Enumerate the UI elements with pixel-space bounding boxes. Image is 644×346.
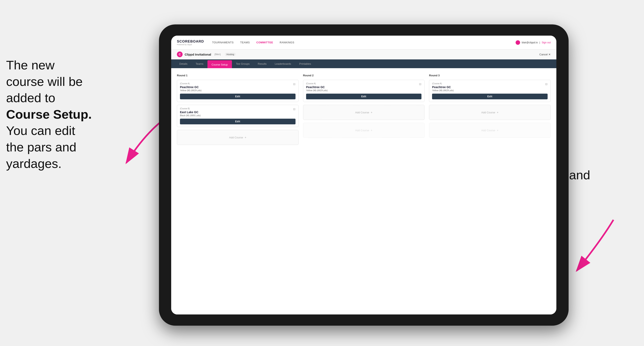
round3-course-a-detail: Yellow (M) (6629 yds)	[432, 89, 548, 92]
tab-results[interactable]: Results	[254, 59, 271, 68]
round1-course-b-delete-icon[interactable]: ⊟	[292, 107, 296, 111]
round1-course-a-name: Peachtree GC	[180, 85, 296, 89]
round1-course-a-card: ⊟ (Course A) Peachtree GC Yellow (M) (66…	[177, 80, 298, 102]
round-2-column: Round 2 ⊟ (Course A) Peachtree GC Yellow…	[303, 74, 425, 148]
sign-out-link[interactable]: Sign out	[542, 41, 551, 44]
round3-add-course-disabled: Add Course +	[429, 123, 551, 138]
round3-course-a-tag: (Course A)	[432, 82, 548, 85]
round2-course-a-delete-icon[interactable]: ⊟	[418, 82, 422, 86]
round1-add-course-button[interactable]: Add Course +	[177, 130, 298, 145]
hosting-badge: Hosting	[225, 53, 236, 56]
round-3-column: Round 3 ⊟ (Course A) Peachtree GC Yellow…	[429, 74, 551, 148]
nav-right: blair@clippd.io | Sign out	[516, 40, 551, 45]
tab-bar: Details Teams Course Setup Tee Groups Re…	[171, 59, 556, 68]
round2-add-course-button[interactable]: Add Course +	[303, 105, 425, 120]
tab-teams[interactable]: Teams	[192, 59, 208, 68]
round3-course-a-edit-button[interactable]: Edit	[432, 94, 548, 99]
nav-teams[interactable]: TEAMS	[240, 41, 250, 44]
round2-course-a-card: ⊟ (Course A) Peachtree GC Yellow (M) (66…	[303, 80, 425, 102]
round1-course-a-detail: Yellow (M) (6629 yds)	[180, 89, 296, 92]
tab-tee-groups[interactable]: Tee Groups	[232, 59, 254, 68]
round2-add-course-disabled: Add Course +	[303, 123, 425, 138]
round1-course-b-name: East Lake GC	[180, 111, 296, 114]
round-3-label: Round 3	[429, 74, 551, 77]
round1-course-b-detail: Black (M) (6891 yds)	[180, 114, 296, 117]
tournament-title: Clippd Invitational	[185, 53, 211, 56]
round2-course-a-edit-button[interactable]: Edit	[306, 94, 422, 99]
user-email: blair@clippd.io	[522, 41, 538, 44]
nav-separator: |	[540, 41, 540, 44]
tablet-device: SCOREBOARD Powered by clippd TOURNAMENTS…	[159, 24, 568, 326]
nav-rankings[interactable]: RANKINGS	[280, 41, 294, 44]
rounds-grid: Round 1 ⊟ (Course A) Peachtree GC Yellow…	[177, 74, 551, 148]
tab-leaderboards[interactable]: Leaderboards	[271, 59, 295, 68]
round2-course-a-name: Peachtree GC	[306, 85, 422, 89]
round1-course-b-card: ⊟ (Course B) East Lake GC Black (M) (689…	[177, 105, 298, 127]
round1-course-b-tag: (Course B)	[180, 107, 296, 110]
tournament-bar: C Clippd Invitational (Men) Hosting Canc…	[171, 49, 556, 59]
logo-sub: Powered by clippd	[177, 43, 204, 46]
logo-scoreboard: SCOREBOARD	[177, 39, 204, 43]
tab-details[interactable]: Details	[175, 59, 192, 68]
top-nav: SCOREBOARD Powered by clippd TOURNAMENTS…	[171, 36, 556, 49]
tournament-name: C Clippd Invitational (Men) Hosting	[177, 51, 236, 57]
cancel-button[interactable]: Cancel ✕	[540, 53, 551, 56]
round2-course-a-tag: (Course A)	[306, 82, 422, 85]
user-avatar	[516, 40, 520, 45]
tournament-gender: (Men)	[214, 53, 221, 56]
tab-course-setup[interactable]: Course Setup	[208, 60, 232, 68]
round1-course-b-edit-button[interactable]: Edit	[180, 119, 296, 124]
tab-printables[interactable]: Printables	[295, 59, 315, 68]
round3-course-a-delete-icon[interactable]: ⊟	[544, 82, 548, 86]
tablet-screen: SCOREBOARD Powered by clippd TOURNAMENTS…	[171, 36, 556, 315]
tournament-logo: C	[177, 51, 182, 57]
round1-course-a-edit-button[interactable]: Edit	[180, 94, 296, 99]
round3-add-course-button[interactable]: Add Course +	[429, 105, 551, 120]
nav-tournaments[interactable]: TOURNAMENTS	[212, 41, 234, 44]
round1-course-a-delete-icon[interactable]: ⊟	[292, 82, 296, 86]
round-1-label: Round 1	[177, 74, 298, 77]
round2-course-a-detail: Yellow (M) (6629 yds)	[306, 89, 422, 92]
main-content: Round 1 ⊟ (Course A) Peachtree GC Yellow…	[171, 68, 556, 315]
logo-area: SCOREBOARD Powered by clippd	[177, 39, 204, 46]
nav-committee[interactable]: COMMITTEE	[256, 41, 273, 44]
round-2-label: Round 2	[303, 74, 425, 77]
round3-course-a-card: ⊟ (Course A) Peachtree GC Yellow (M) (66…	[429, 80, 551, 102]
round-1-column: Round 1 ⊟ (Course A) Peachtree GC Yellow…	[177, 74, 298, 148]
round1-course-a-tag: (Course A)	[180, 82, 296, 85]
round3-course-a-name: Peachtree GC	[432, 85, 548, 89]
nav-links: TOURNAMENTS TEAMS COMMITTEE RANKINGS	[212, 41, 516, 44]
